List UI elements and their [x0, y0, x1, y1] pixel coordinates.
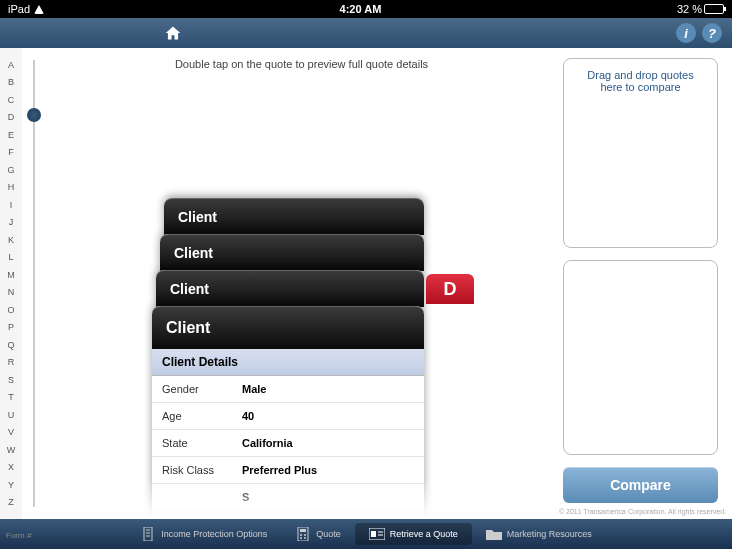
alpha-g[interactable]: G: [0, 165, 22, 175]
compare-drop-zone-2[interactable]: [563, 260, 718, 455]
top-toolbar: i ?: [0, 18, 732, 48]
letter-tab-d[interactable]: D: [426, 274, 474, 304]
document-icon: [140, 527, 156, 541]
status-bar: iPad 4:20 AM 32 %: [0, 0, 732, 18]
nav-retrieve-quote[interactable]: Retrieve a Quote: [355, 523, 472, 545]
battery-icon: [704, 4, 724, 14]
alpha-index[interactable]: ABCDEFGHIJKLMNOPQRSTUVWXYZ: [0, 48, 22, 519]
detail-row: S: [152, 484, 424, 511]
index-slider[interactable]: [22, 48, 46, 519]
alpha-t[interactable]: T: [0, 392, 22, 402]
alpha-x[interactable]: X: [0, 462, 22, 472]
slider-knob[interactable]: [27, 108, 41, 122]
alpha-e[interactable]: E: [0, 130, 22, 140]
alpha-c[interactable]: C: [0, 95, 22, 105]
client-details-header: Client Details: [152, 349, 424, 376]
quote-card[interactable]: Client: [164, 198, 424, 235]
nav-quote[interactable]: Quote: [281, 523, 355, 545]
alpha-q[interactable]: Q: [0, 340, 22, 350]
alpha-s[interactable]: S: [0, 375, 22, 385]
compare-drop-zone-1[interactable]: Drag and drop quotes here to compare: [563, 58, 718, 248]
quote-card[interactable]: Client: [156, 270, 424, 307]
id-card-icon: [369, 527, 385, 541]
instruction-text: Double tap on the quote to preview full …: [46, 58, 557, 70]
wifi-icon: [34, 5, 44, 14]
alpha-y[interactable]: Y: [0, 480, 22, 490]
info-button[interactable]: i: [676, 23, 696, 43]
svg-rect-11: [371, 531, 376, 537]
alpha-p[interactable]: P: [0, 322, 22, 332]
svg-point-9: [304, 537, 306, 539]
detail-row: Age40: [152, 403, 424, 430]
home-button[interactable]: [160, 22, 186, 44]
device-label: iPad: [8, 3, 30, 15]
alpha-d[interactable]: D: [0, 112, 22, 122]
form-number: Form #: [6, 531, 31, 540]
alpha-j[interactable]: J: [0, 217, 22, 227]
svg-point-7: [304, 534, 306, 536]
alpha-v[interactable]: V: [0, 427, 22, 437]
alpha-n[interactable]: N: [0, 287, 22, 297]
time-label: 4:20 AM: [44, 3, 677, 15]
alpha-a[interactable]: A: [0, 60, 22, 70]
alpha-o[interactable]: O: [0, 305, 22, 315]
alpha-h[interactable]: H: [0, 182, 22, 192]
home-icon: [164, 25, 182, 41]
nav-marketing[interactable]: Marketing Resources: [472, 523, 606, 545]
alpha-b[interactable]: B: [0, 77, 22, 87]
svg-point-8: [300, 537, 302, 539]
alpha-l[interactable]: L: [0, 252, 22, 262]
alpha-z[interactable]: Z: [0, 497, 22, 507]
alpha-r[interactable]: R: [0, 357, 22, 367]
quote-card-expanded[interactable]: Client Client Details GenderMaleAge40Sta…: [152, 306, 424, 519]
help-button[interactable]: ?: [702, 23, 722, 43]
quote-card[interactable]: Client: [160, 234, 424, 271]
copyright: © 2011 Transamerica Corporation. All rig…: [559, 508, 726, 515]
folder-icon: [486, 527, 502, 541]
detail-row: StateCalifornia: [152, 430, 424, 457]
alpha-k[interactable]: K: [0, 235, 22, 245]
alpha-i[interactable]: I: [0, 200, 22, 210]
alpha-f[interactable]: F: [0, 147, 22, 157]
detail-row: Risk ClassPreferred Plus: [152, 457, 424, 484]
nav-income-protection[interactable]: Income Protection Options: [126, 523, 281, 545]
compare-button[interactable]: Compare: [563, 467, 718, 503]
alpha-w[interactable]: W: [0, 445, 22, 455]
bottom-nav: Income Protection Options Quote Retrieve…: [0, 519, 732, 549]
alpha-u[interactable]: U: [0, 410, 22, 420]
svg-rect-5: [300, 529, 306, 532]
calculator-icon: [295, 527, 311, 541]
alpha-m[interactable]: M: [0, 270, 22, 280]
battery-label: 32 %: [677, 3, 702, 15]
svg-rect-0: [144, 527, 152, 541]
svg-point-6: [300, 534, 302, 536]
detail-row: GenderMale: [152, 376, 424, 403]
